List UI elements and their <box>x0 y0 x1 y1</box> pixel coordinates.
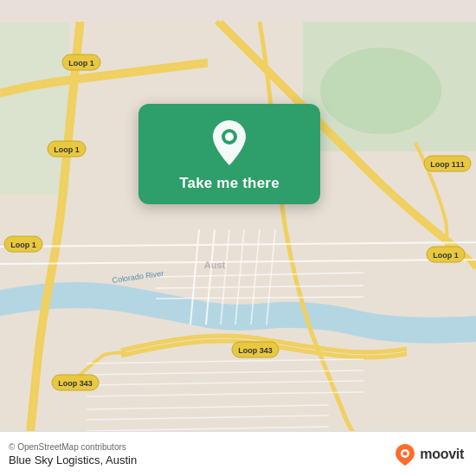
moovit-logo: moovit <box>393 442 464 466</box>
copyright-text: © OpenStreetMap contributors <box>9 442 137 452</box>
svg-rect-2 <box>0 22 69 195</box>
svg-point-41 <box>403 451 408 455</box>
svg-text:Loop 343: Loop 343 <box>238 346 273 355</box>
svg-point-3 <box>320 48 441 134</box>
moovit-text: moovit <box>420 447 464 462</box>
svg-text:Loop 111: Loop 111 <box>430 160 465 169</box>
svg-text:Loop 1: Loop 1 <box>10 241 36 249</box>
svg-text:Loop 343: Loop 343 <box>58 379 93 388</box>
take-me-there-label: Take me there <box>179 175 280 192</box>
moovit-icon <box>393 442 417 466</box>
svg-text:Aust: Aust <box>204 260 226 270</box>
svg-text:Loop 1: Loop 1 <box>68 59 94 68</box>
take-me-there-card[interactable]: Take me there <box>138 104 320 204</box>
location-name: Blue Sky Logistics, Austin <box>9 453 137 466</box>
svg-text:Loop 1: Loop 1 <box>433 251 459 260</box>
bottom-left-info: © OpenStreetMap contributors Blue Sky Lo… <box>9 442 137 466</box>
bottom-bar: © OpenStreetMap contributors Blue Sky Lo… <box>0 431 476 476</box>
map-background: Colorado River Loop 1 Loop 1 Loop 1 Loop… <box>0 0 476 476</box>
svg-text:Loop 1: Loop 1 <box>54 145 80 154</box>
map-container: Colorado River Loop 1 Loop 1 Loop 1 Loop… <box>0 0 476 476</box>
location-pin-icon <box>206 119 253 166</box>
svg-point-39 <box>225 132 234 141</box>
